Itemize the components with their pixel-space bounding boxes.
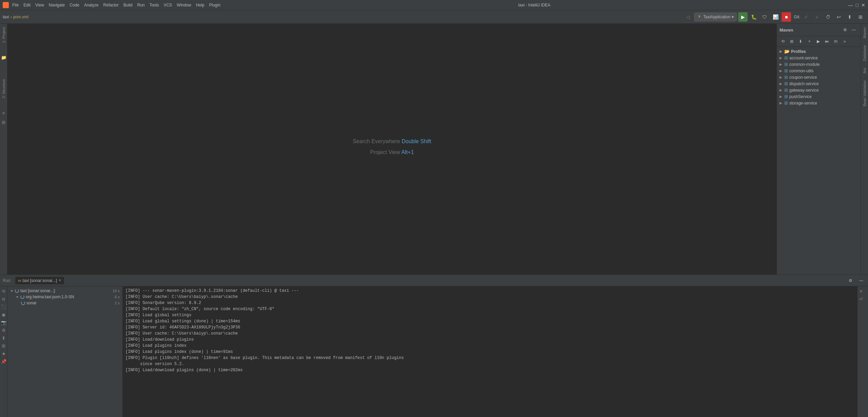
run-tree-sonar[interactable]: sonar 2 s	[7, 300, 122, 306]
profiles-folder-icon: 📂	[784, 49, 790, 54]
maven-item-coupon-service[interactable]: ▶ ⊞ coupon-service	[777, 74, 861, 80]
menu-tools[interactable]: Tools	[150, 3, 159, 7]
sidebar-icon-2[interactable]: ≡	[1, 109, 6, 118]
maven-item-storage-service[interactable]: ▶ ⊞ storage-service	[777, 100, 861, 106]
breadcrumb-root: taxi	[3, 15, 9, 19]
minimize-button[interactable]: —	[848, 2, 853, 8]
menu-view[interactable]: View	[35, 3, 44, 7]
menu-vcs[interactable]: VCS	[164, 3, 172, 7]
maven-item-push-service[interactable]: ▶ ⊞ pushService	[777, 93, 861, 100]
word-wrap-icon[interactable]: ⏎	[858, 296, 864, 303]
hint-search-text: Search Everywhere	[353, 138, 401, 144]
menu-build[interactable]: Build	[123, 3, 133, 7]
maven-skip-button[interactable]: ⏭	[823, 37, 831, 45]
right-tab-maven[interactable]: Maven	[862, 24, 868, 42]
scrollbar[interactable]	[865, 286, 868, 417]
menu-help[interactable]: Help	[196, 3, 204, 7]
sonar-status-spin-icon	[21, 301, 25, 305]
maven-run-button[interactable]: ▶	[814, 37, 822, 45]
git-settings[interactable]: ⊞	[856, 12, 865, 22]
kill-icon[interactable]: ⬛	[0, 303, 7, 310]
menu-plugin[interactable]: Plugin	[209, 3, 220, 7]
menu-code[interactable]: Code	[70, 3, 79, 7]
right-tab-database[interactable]: Database	[862, 42, 868, 64]
menu-navigate[interactable]: Navigate	[49, 3, 65, 7]
run-config-label: TaxiApplication	[703, 15, 730, 19]
debug-icon[interactable]: ◉	[1, 311, 6, 318]
maven-expand-button[interactable]: ⊞	[788, 37, 796, 45]
sidebar-tab-structure[interactable]: 2: Structure	[1, 76, 7, 102]
maven-item-gateway-service[interactable]: ▶ ⊞ gateway-service	[777, 87, 861, 93]
run-panel-settings-button[interactable]: ⚙	[846, 277, 854, 285]
bottom-right-icons: ≡ ⏎	[857, 286, 865, 417]
back-button[interactable]: ◁	[683, 12, 693, 22]
maven-settings-button[interactable]: ⚙	[841, 26, 849, 34]
profile-button[interactable]: 📊	[771, 12, 780, 22]
maven-more-button[interactable]: »	[841, 37, 849, 45]
git-history[interactable]: ⏱	[823, 12, 833, 22]
maven-add-button[interactable]: +	[805, 37, 813, 45]
menu-bar: File Edit View Navigate Code Analyze Ref…	[12, 3, 220, 7]
dispatch-service-label: dispatch-service	[789, 81, 819, 86]
pin-icon[interactable]: 📌	[0, 358, 7, 365]
sidebar-icon-1[interactable]: 📁	[0, 53, 7, 62]
debug-button[interactable]: 🐛	[749, 12, 758, 22]
log-line: [INFO] Default locale: "zh_CN", source c…	[125, 306, 854, 312]
maven-panel: Maven ⚙ — ⟲ ⊞ ⬇ + ▶ ⏭ m » ▶ 📂 Profiles ▶	[776, 24, 861, 274]
editor-hint: Search Everywhere Double Shift Project V…	[353, 138, 431, 160]
run-tree: ▼ taxi [sonar:sonar...]: 10 s ▼ org.heim…	[7, 286, 123, 417]
maven-download-button[interactable]: ⬇	[796, 37, 805, 45]
log-line: [INFO] User cache: C:\Users\baiyp\.sonar…	[125, 330, 854, 337]
left-sidebar: 1: Project 📁 2: Structure ≡ ⊞	[0, 24, 7, 274]
run-panel-minimize-button[interactable]: —	[857, 277, 865, 285]
restart-icon[interactable]: ⟲	[1, 288, 6, 295]
bottom-panel: Run: m taxi [sonar:sonar...] ✕ ⚙ — ⟲ ⊝ ⬛…	[0, 274, 868, 417]
maven-item-dispatch-service[interactable]: ▶ ⊞ dispatch-service	[777, 80, 861, 87]
menu-refactor[interactable]: Refactor	[103, 3, 119, 7]
favorite-icon[interactable]: ★	[1, 350, 7, 357]
maven-item-common-utils[interactable]: ▶ ⊞ common-utils	[777, 68, 861, 74]
git-checkmark1[interactable]: ✓	[802, 12, 811, 22]
maven-item-common-module[interactable]: ▶ ⊞ common-module	[777, 61, 861, 68]
maven-minimize-button[interactable]: —	[850, 26, 858, 34]
taxi-expand-icon: ▼	[10, 289, 14, 293]
hint-search: Search Everywhere Double Shift	[353, 138, 431, 145]
run-tab[interactable]: m taxi [sonar:sonar...] ✕	[15, 277, 64, 284]
run-tree-taxi[interactable]: ▼ taxi [sonar:sonar...]: 10 s	[7, 288, 122, 294]
menu-analyze[interactable]: Analyze	[84, 3, 99, 7]
menu-window[interactable]: Window	[177, 3, 191, 7]
snapshot-icon[interactable]: 📷	[0, 319, 7, 326]
maximize-button[interactable]: □	[856, 2, 859, 8]
maven-refresh-button[interactable]: ⟲	[779, 37, 787, 45]
sidebar-tab-project[interactable]: 1: Project	[1, 24, 7, 46]
stop-icon[interactable]: ⊝	[1, 296, 6, 303]
log-line: [INFO] Plugin [l10nzh] defines 'l10nen' …	[125, 355, 854, 361]
run-button[interactable]: ▶	[738, 12, 748, 22]
profiles-label: Profiles	[791, 49, 806, 54]
log-line: [INFO] Load plugins index (done) | time=…	[125, 349, 854, 355]
coverage-button[interactable]: 🛡	[760, 12, 769, 22]
git-undo[interactable]: ↩	[834, 12, 844, 22]
run-tree-org[interactable]: ▼ org.heima:taxi:pom:1.0-SN 6 s	[7, 294, 122, 300]
window-controls: — □ ✕	[848, 2, 865, 8]
menu-run[interactable]: Run	[137, 3, 145, 7]
filter-icon[interactable]: ≡	[859, 288, 864, 295]
right-tab-ant[interactable]: Ant	[862, 64, 868, 77]
maven-m-button[interactable]: m	[832, 37, 840, 45]
maven-item-account-service[interactable]: ▶ ⊞ account-service	[777, 55, 861, 61]
settings-icon[interactable]: ⚙	[1, 327, 7, 334]
menu-edit[interactable]: Edit	[23, 3, 31, 7]
run-config-selector[interactable]: 🏃 TaxiApplication ▾	[694, 13, 737, 21]
stop-button[interactable]: ■	[782, 12, 791, 22]
menu-file[interactable]: File	[12, 3, 19, 7]
run-tab-close-icon[interactable]: ✕	[58, 278, 61, 283]
right-tab-bean-validation[interactable]: Bean Validation	[862, 77, 868, 110]
maven-item-profiles[interactable]: ▶ 📂 Profiles	[777, 48, 861, 55]
close-button[interactable]: ✕	[861, 2, 865, 8]
git-push[interactable]: ⬆	[845, 12, 854, 22]
expand-icon[interactable]: ⊞	[1, 342, 6, 349]
sidebar-icon-3[interactable]: ⊞	[1, 118, 6, 127]
scroll-icon[interactable]: ⬆	[1, 335, 6, 342]
run-config-dropdown-icon[interactable]: ▾	[732, 15, 734, 19]
git-checkmark2[interactable]: ✓	[812, 12, 822, 22]
